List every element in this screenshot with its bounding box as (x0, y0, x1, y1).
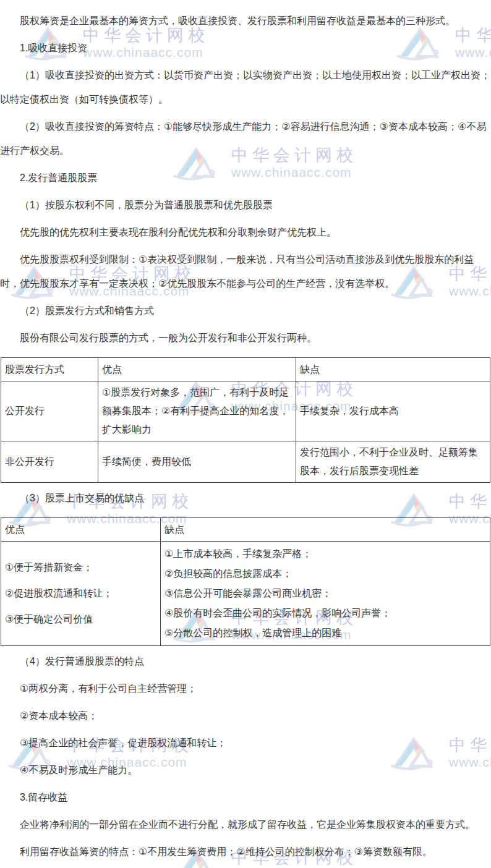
table-row: 非公开发行 手续简便，费用较低 发行范围小，不利于企业及时、足额筹集股本，发行后… (1, 441, 490, 483)
study-notes-page: { "colors": { "body_text": "#383838", "t… (0, 0, 491, 868)
feature-item-3: ③提高企业的社会声誉，促进股权流通和转让； (0, 731, 491, 755)
section2-paragraph-5: 股份有限公司发行股票的方式，一般为公开发行和非公开发行两种。 (0, 326, 491, 350)
section2-paragraph-6: （3）股票上市交易的优缺点 (0, 486, 491, 510)
table-row: 公开发行 ①股票发行对象多，范围广，有利于及时足额募集股本；②有利于提高企业的知… (1, 381, 490, 441)
feature-item-4: ④不易及时形成生产能力。 (0, 758, 491, 782)
section2-paragraph-1: （1）按股东权利不同，股票分为普通股股票和优先股股票 (0, 193, 491, 217)
table2-pros-line: ①便于筹措新资金； (5, 558, 156, 577)
document-body: 股权筹资是企业最基本的筹资方式，吸收直接投资、发行股票和利用留存收益是最基本的三… (0, 0, 491, 864)
section1-paragraph-1: （1）吸收直接投资的出资方式：以货币资产出资；以实物资产出资；以土地使用权出资；… (0, 63, 491, 111)
section1-paragraph-2: （2）吸收直接投资的筹资特点：①能够尽快形成生产能力；②容易进行信息沟通；③资本… (0, 114, 491, 163)
feature-item-2: ②资本成本较高； (0, 704, 491, 728)
section2-paragraph-3: 优先股股票权利受到限制：①表决权受到限制，一般来说，只有当公司活动直接涉及到优先… (0, 247, 491, 296)
section2-paragraph-4: （2）股票发行方式和销售方式 (0, 299, 491, 323)
table2-header-pros: 优点 (1, 518, 161, 542)
section3-paragraph-2: 利用留存收益筹资的特点：①不用发生筹资费用；②维持公司的控制权分布；③筹资数额有… (0, 840, 491, 864)
table1-row2-cons: 发行范围小，不利于企业及时、足额筹集股本，发行后股票变现性差 (296, 441, 490, 483)
table-header-row: 优点 缺点 (1, 518, 490, 542)
table2-pros-line: ③便于确定公司价值 (5, 610, 156, 629)
section2-paragraph-7: （4）发行普通股股票的特点 (0, 649, 491, 673)
table2-cons-line: ①上市成本较高，手续复杂严格； (164, 545, 486, 563)
table1-row2-pros: 手续简便，费用较低 (98, 441, 296, 483)
table2-pros-cell: ①便于筹措新资金； ②促进股权流通和转让； ③便于确定公司价值 (1, 542, 161, 646)
table2-cons-line: ②负担较高的信息披露成本； (164, 564, 486, 583)
intro-paragraph: 股权筹资是企业最基本的筹资方式，吸收直接投资、发行股票和利用留存收益是最基本的三… (0, 9, 491, 33)
table1-row1-pros: ①股票发行对象多，范围广，有利于及时足额募集股本；②有利于提高企业的知名度，扩大… (98, 381, 296, 441)
section3-paragraph-1: 企业将净利润的一部分留在企业而不进行分配，就形成了留存收益，它是企业筹集股权资本… (0, 812, 491, 836)
table-stock-issue-methods: 股票发行方式 优点 缺点 公开发行 ①股票发行对象多，范围广，有利于及时足额募集… (1, 357, 490, 483)
feature-item-1: ①两权分离，有利于公司自主经营管理； (0, 676, 491, 700)
section3-heading: 3.留存收益 (0, 785, 491, 809)
table1-header-method: 股票发行方式 (1, 358, 98, 381)
table-header-row: 股票发行方式 优点 缺点 (1, 358, 490, 381)
table1-row2-method: 非公开发行 (1, 441, 98, 483)
table-listing-pros-cons: 优点 缺点 ①便于筹措新资金； ②促进股权流通和转让； ③便于确定公司价值 ①上… (1, 517, 490, 646)
table2-cons-line: ⑤分散公司的控制权，造成管理上的困难 (164, 624, 486, 642)
table2-cons-line: ④股价有时会歪曲公司的实际情况，影响公司声誉； (164, 604, 486, 623)
section1-heading: 1.吸收直接投资 (0, 36, 491, 60)
table2-pros-line: ②促进股权流通和转让； (5, 584, 156, 603)
table2-cons-line: ③信息公开可能会暴露公司商业机密； (164, 584, 486, 603)
table1-row1-cons: 手续复杂，发行成本高 (296, 381, 490, 441)
table2-cons-cell: ①上市成本较高，手续复杂严格； ②负担较高的信息披露成本； ③信息公开可能会暴露… (161, 542, 490, 646)
table1-row1-method: 公开发行 (1, 381, 98, 441)
section2-heading: 2.发行普通股股票 (0, 166, 491, 190)
table2-header-cons: 缺点 (161, 518, 490, 542)
table1-header-cons: 缺点 (296, 358, 490, 381)
table1-header-pros: 优点 (98, 358, 296, 381)
section2-paragraph-2: 优先股的优先权利主要表现在股利分配优先权和分取剩余财产优先权上。 (0, 220, 491, 244)
table-row: ①便于筹措新资金； ②促进股权流通和转让； ③便于确定公司价值 ①上市成本较高，… (1, 542, 490, 646)
